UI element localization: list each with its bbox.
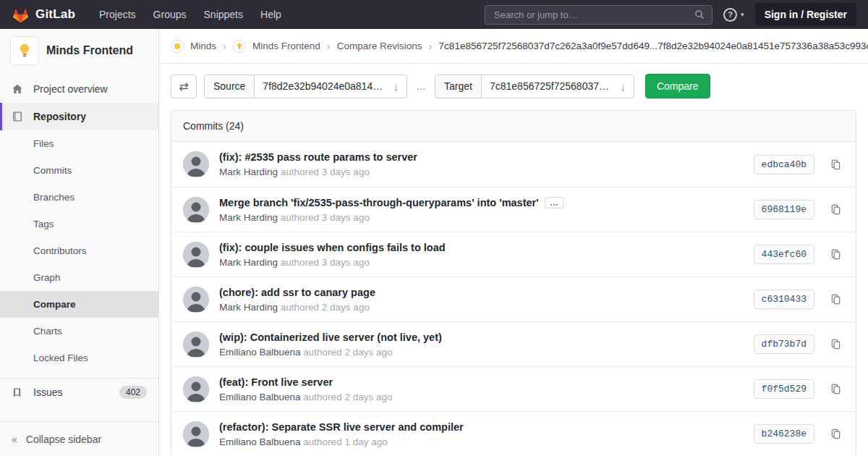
- sidebar-item-issues[interactable]: Issues 402: [0, 379, 158, 406]
- copy-commit-sha-button[interactable]: [827, 156, 844, 173]
- commit-title-link[interactable]: (refactor): Separate SSR live server and…: [219, 421, 464, 433]
- compare-button[interactable]: Compare: [645, 74, 710, 98]
- question-icon: ?: [723, 8, 737, 22]
- commit-meta: Mark Harding authored 3 days ago: [219, 166, 744, 177]
- clipboard-icon: [830, 159, 841, 170]
- target-ref-value: 7c81e856725f72568037…: [490, 80, 609, 92]
- commit-row: (fix): couple issues when configs fails …: [171, 232, 856, 276]
- commit-row: (feat): Front live server Emiliano Balbu…: [171, 366, 856, 411]
- sidebar-subitem-contributors[interactable]: Contributors: [0, 237, 158, 264]
- commit-sha-link[interactable]: 443efc60: [754, 245, 814, 264]
- breadcrumb-item-minds-frontend[interactable]: Minds Frontend: [252, 41, 320, 51]
- person-icon: [183, 332, 209, 358]
- commit-title-link[interactable]: Merge branch 'fix/2535-pass-through-quer…: [219, 197, 539, 208]
- compare-form: ⇄ Source 7f8d2e32b94024e0a814… ↓ ... Tar…: [159, 64, 868, 109]
- target-ref-dropdown[interactable]: 7c81e856725f72568037… ↓: [482, 75, 634, 98]
- commit-author-avatar[interactable]: [183, 287, 209, 313]
- sidebar-subitem-tags[interactable]: Tags: [0, 211, 158, 237]
- commit-author-avatar[interactable]: [183, 151, 209, 177]
- commit-info: (refactor): Separate SSR live server and…: [219, 421, 744, 447]
- collapse-sidebar-button[interactable]: « Collapse sidebar: [0, 421, 158, 456]
- collapse-sidebar-label: Collapse sidebar: [26, 434, 101, 445]
- commit-expand-button[interactable]: …: [545, 197, 563, 208]
- gitlab-tanuki-icon: [12, 7, 30, 23]
- commit-info: (chore): add ssr to canary page Mark Har…: [219, 287, 744, 313]
- sidebar-subitem-charts[interactable]: Charts: [0, 318, 158, 345]
- commit-author-link[interactable]: Mark Harding: [219, 166, 278, 177]
- commit-title-link[interactable]: (fix): couple issues when configs fails …: [219, 242, 446, 253]
- breadcrumb-item-minds[interactable]: Minds: [190, 41, 216, 51]
- commit-meta: Mark Harding authored 3 days ago: [219, 257, 744, 268]
- project-title: Minds Frontend: [46, 44, 133, 57]
- nav-item-help[interactable]: Help: [252, 4, 289, 25]
- commit-authored-ago: authored 2 days ago: [281, 302, 370, 313]
- commit-title-link[interactable]: (chore): add ssr to canary page: [219, 287, 375, 298]
- commit-author-link[interactable]: Mark Harding: [219, 302, 278, 313]
- commit-row: (refactor): Separate SSR live server and…: [171, 411, 856, 456]
- sidebar-subitem-compare[interactable]: Compare: [0, 291, 158, 318]
- copy-commit-sha-button[interactable]: [827, 336, 844, 352]
- search-icon: [694, 9, 705, 20]
- sidebar-item-label: Project overview: [33, 83, 108, 95]
- swap-revisions-button[interactable]: ⇄: [171, 75, 197, 98]
- clipboard-icon: [830, 294, 841, 305]
- clipboard-icon: [830, 384, 841, 394]
- commit-sha-link[interactable]: b246238e: [754, 424, 814, 444]
- commit-author-link[interactable]: Mark Harding: [219, 257, 278, 268]
- commit-sha-link[interactable]: 6968119e: [754, 200, 814, 219]
- breadcrumb-item-compare-revisions[interactable]: Compare Revisions: [337, 41, 422, 51]
- range-dots-separator: ...: [414, 80, 427, 92]
- commit-author-link[interactable]: Emiliano Balbuena: [219, 347, 301, 358]
- copy-commit-sha-button[interactable]: [827, 426, 844, 442]
- target-group: Target 7c81e856725f72568037… ↓: [435, 75, 634, 98]
- breadcrumb-separator: ›: [223, 40, 226, 52]
- copy-commit-sha-button[interactable]: [827, 381, 844, 397]
- source-ref-dropdown[interactable]: 7f8d2e32b94024e0a814… ↓: [255, 75, 407, 98]
- search-input[interactable]: [493, 9, 689, 21]
- issues-icon: [12, 387, 25, 398]
- commit-authored-ago: authored 2 days ago: [303, 347, 392, 358]
- navbar-menu: Projects Groups Snippets Help: [91, 4, 289, 25]
- commit-author-avatar[interactable]: [183, 332, 209, 358]
- sidebar-subitem-branches[interactable]: Branches: [0, 184, 158, 211]
- commit-author-link[interactable]: Emiliano Balbuena: [219, 392, 301, 402]
- nav-item-groups[interactable]: Groups: [145, 4, 195, 25]
- project-context-header[interactable]: Minds Frontend: [0, 29, 158, 71]
- sign-in-register-button[interactable]: Sign in / Register: [755, 3, 856, 26]
- commit-authored-ago: authored 3 days ago: [281, 166, 370, 177]
- commit-authored-ago: authored 3 days ago: [281, 212, 370, 223]
- commit-title-link[interactable]: (fix): #2535 pass route params to server: [219, 151, 417, 163]
- commit-sha-link[interactable]: c6310433: [754, 290, 814, 309]
- clipboard-icon: [830, 428, 841, 439]
- help-menu-button[interactable]: ? ▾: [723, 8, 744, 22]
- minds-group-avatar-icon: [171, 40, 184, 53]
- sidebar-subitem-locked-files[interactable]: Locked Files: [0, 345, 158, 371]
- nav-item-snippets[interactable]: Snippets: [196, 4, 251, 25]
- dropdown-arrow-icon: ↓: [393, 80, 399, 93]
- copy-commit-sha-button[interactable]: [827, 246, 844, 263]
- sidebar-subitem-files[interactable]: Files: [0, 130, 158, 157]
- commit-sha-link[interactable]: f0f5d529: [754, 379, 814, 399]
- minds-frontend-avatar-icon: [233, 40, 246, 53]
- sidebar-subitem-commits[interactable]: Commits: [0, 157, 158, 184]
- commit-title-link[interactable]: (wip): Containerized live server (not li…: [219, 332, 442, 343]
- sidebar-subitem-graph[interactable]: Graph: [0, 264, 158, 291]
- commit-author-avatar[interactable]: [183, 421, 209, 447]
- commit-author-link[interactable]: Mark Harding: [219, 212, 278, 223]
- commit-sha-link[interactable]: dfb73b7d: [754, 334, 814, 354]
- breadcrumb-separator: ›: [327, 40, 331, 52]
- commit-author-link[interactable]: Emiliano Balbuena: [219, 436, 301, 447]
- dropdown-arrow-icon: ↓: [620, 80, 626, 93]
- commit-author-avatar[interactable]: [183, 197, 209, 223]
- sidebar-item-repository[interactable]: Repository: [0, 103, 158, 130]
- commit-author-avatar[interactable]: [183, 242, 209, 268]
- copy-commit-sha-button[interactable]: [827, 291, 844, 308]
- commit-sha-link[interactable]: edbca40b: [754, 155, 814, 174]
- copy-commit-sha-button[interactable]: [827, 201, 844, 218]
- sidebar-item-project-overview[interactable]: Project overview: [0, 75, 158, 103]
- global-search[interactable]: [485, 5, 712, 25]
- commit-title-link[interactable]: (feat): Front live server: [219, 376, 333, 388]
- gitlab-home-link[interactable]: GitLab: [12, 7, 75, 23]
- nav-item-projects[interactable]: Projects: [91, 4, 144, 25]
- commit-author-avatar[interactable]: [183, 376, 209, 402]
